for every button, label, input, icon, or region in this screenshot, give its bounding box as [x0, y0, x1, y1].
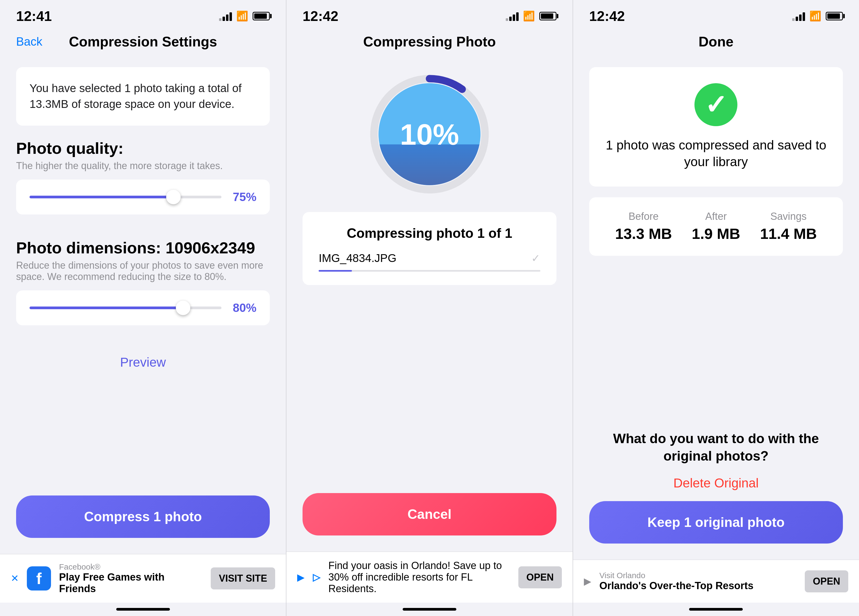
delete-original-button[interactable]: Delete Original: [589, 476, 843, 490]
quality-section: Photo quality: The higher the quality, t…: [16, 139, 270, 228]
dimensions-slider-container: 80%: [16, 290, 270, 325]
ad-chevron-2: ▷: [313, 572, 320, 583]
status-bar-1: 12:41 📶: [0, 0, 286, 27]
ad-desc-2: Find your oasis in Orlando! Save up to 3…: [328, 560, 510, 594]
question-text: What do you want to do with the original…: [589, 430, 843, 465]
info-card-1: You have selected 1 photo taking a total…: [16, 67, 270, 126]
status-icons-3: 📶: [792, 11, 843, 22]
status-time-2: 12:42: [303, 8, 338, 24]
nav-bar-3: Done: [573, 27, 859, 56]
cancel-button[interactable]: Cancel: [303, 493, 556, 535]
battery-icon-1: [253, 12, 270, 20]
stats-card: Before 13.3 MB After 1.9 MB Savings 11.4…: [589, 197, 843, 256]
checkmark-icon: ✓: [704, 89, 727, 120]
screen-compressing: 12:42 📶 Compressing Photo: [286, 0, 573, 616]
quality-subtitle: The higher the quality, the more storage…: [16, 160, 270, 172]
dimensions-title: Photo dimensions: 10906x2349: [16, 239, 270, 257]
home-bar-1: [116, 608, 170, 611]
stat-savings-value: 11.4 MB: [760, 225, 817, 242]
wifi-icon-3: 📶: [809, 11, 822, 22]
back-button-1[interactable]: Back: [16, 35, 42, 48]
page-title-3: Done: [698, 34, 733, 50]
nav-bar-2: Compressing Photo: [286, 27, 572, 56]
dimensions-slider-thumb[interactable]: [176, 301, 191, 315]
home-bar-3: [689, 608, 743, 611]
signal-icon-3: [792, 11, 805, 21]
quality-title: Photo quality:: [16, 139, 270, 158]
ad-close-icon-1[interactable]: ✕: [11, 573, 19, 584]
progress-inner: 10%: [378, 83, 481, 185]
status-icons-2: 📶: [506, 11, 556, 22]
stat-before-label: Before: [628, 211, 659, 222]
quality-slider-fill: [30, 196, 173, 198]
ad-arrow-3: ▶: [584, 576, 591, 587]
compress-button[interactable]: Compress 1 photo: [16, 496, 270, 538]
file-progress-track: [319, 270, 540, 271]
battery-icon-3: [826, 12, 843, 20]
preview-button[interactable]: Preview: [16, 349, 270, 375]
ad-desc-3: Orlando's Over-the-Top Resorts: [600, 580, 797, 591]
stat-after: After 1.9 MB: [692, 211, 740, 242]
done-content: ✓ 1 photo was compressed and saved to yo…: [573, 56, 859, 560]
keep-original-button[interactable]: Keep 1 original photo: [589, 501, 843, 544]
success-icon: ✓: [695, 83, 737, 126]
signal-icon-2: [506, 11, 519, 21]
status-time-3: 12:42: [589, 8, 625, 24]
ad-icon-1: f: [27, 566, 51, 591]
wifi-icon-1: 📶: [236, 11, 248, 22]
ad-company-1: Facebook®: [59, 562, 203, 571]
nav-bar-1: Back Compression Settings: [0, 27, 286, 56]
stat-before: Before 13.3 MB: [615, 211, 672, 242]
compressing-title: Compressing photo 1 of 1: [319, 226, 540, 241]
quality-slider-container: 75%: [16, 179, 270, 214]
page-title-2: Compressing Photo: [363, 34, 496, 50]
compressing-card: Compressing photo 1 of 1 IMG_4834.JPG ✓: [303, 212, 556, 285]
signal-icon-1: [219, 11, 232, 21]
quality-slider-thumb[interactable]: [166, 190, 181, 204]
status-bar-2: 12:42 📶: [286, 0, 572, 27]
dimensions-section: Photo dimensions: 10906x2349 Reduce the …: [16, 239, 270, 339]
file-progress-fill: [319, 270, 352, 271]
wifi-icon-2: 📶: [523, 11, 535, 22]
content-1: You have selected 1 photo taking a total…: [0, 56, 286, 554]
stat-savings-label: Savings: [770, 211, 807, 222]
status-icons-1: 📶: [219, 11, 270, 22]
dimensions-slider[interactable]: [30, 307, 222, 309]
status-bar-3: 12:42 📶: [573, 0, 859, 27]
info-text-1: You have selected 1 photo taking a total…: [30, 82, 242, 110]
compressing-content: 10% Compressing photo 1 of 1 IMG_4834.JP…: [286, 56, 572, 552]
ad-open-button-3[interactable]: OPEN: [805, 570, 848, 593]
ad-open-button-2[interactable]: OPEN: [519, 566, 562, 588]
stat-savings: Savings 11.4 MB: [760, 211, 817, 242]
progress-percent: 10%: [400, 117, 459, 151]
ad-banner-2: ▶ ▷ Find your oasis in Orlando! Save up …: [286, 552, 572, 603]
screen-done: 12:42 📶 Done ✓: [573, 0, 859, 616]
dimensions-subtitle: Reduce the dimensions of your photos to …: [16, 260, 270, 282]
stat-after-label: After: [705, 211, 727, 222]
home-indicator-2: [286, 603, 572, 616]
ad-text-1: Facebook® Play Free Games with Friends: [59, 562, 203, 594]
file-row: IMG_4834.JPG ✓: [319, 252, 540, 265]
ad-text-2: Find your oasis in Orlando! Save up to 3…: [328, 560, 510, 594]
file-name: IMG_4834.JPG: [319, 252, 396, 265]
quality-slider-value: 75%: [230, 190, 256, 204]
dimensions-slider-fill: [30, 307, 183, 309]
home-bar-2: [403, 608, 456, 611]
success-card: ✓ 1 photo was compressed and saved to yo…: [589, 67, 843, 187]
home-indicator-1: [0, 603, 286, 616]
home-indicator-3: [573, 603, 859, 616]
stat-before-value: 13.3 MB: [615, 225, 672, 242]
app-container: 12:41 📶 Back Compression Settings You: [0, 0, 859, 616]
ad-company-3: Visit Orlando: [600, 571, 797, 580]
status-time-1: 12:41: [16, 8, 52, 24]
dimensions-slider-value: 80%: [230, 301, 256, 315]
battery-icon-2: [539, 12, 556, 20]
success-text: 1 photo was compressed and saved to your…: [605, 137, 827, 170]
ad-text-3: Visit Orlando Orlando's Over-the-Top Res…: [600, 571, 797, 591]
ad-banner-1: ✕ f Facebook® Play Free Games with Frien…: [0, 554, 286, 603]
stat-after-value: 1.9 MB: [692, 225, 740, 242]
screen-compression-settings: 12:41 📶 Back Compression Settings You: [0, 0, 286, 616]
quality-slider[interactable]: [30, 196, 222, 198]
progress-circle: 10%: [368, 72, 491, 196]
ad-visit-button-1[interactable]: VISIT SITE: [211, 568, 275, 589]
